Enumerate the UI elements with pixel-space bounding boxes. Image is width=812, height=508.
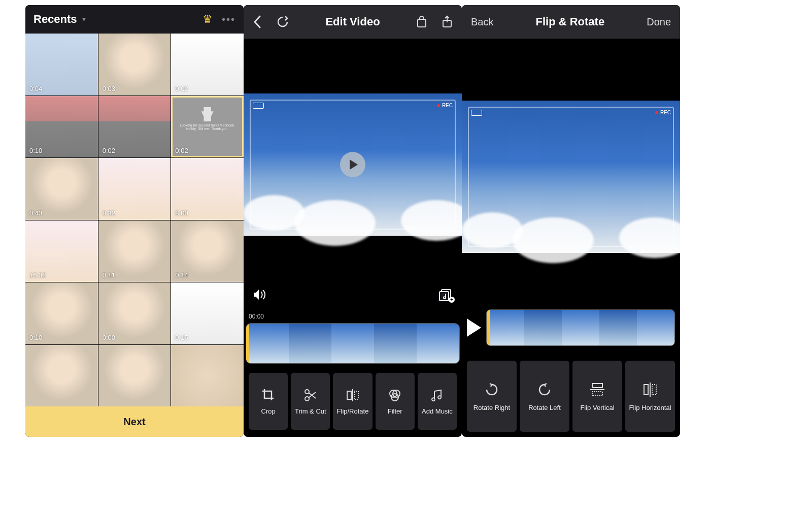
tool-label: Crop [261,407,276,415]
timeline[interactable]: 00:00 [244,309,462,366]
crop-icon [261,388,276,402]
flip-title: Flip & Rotate [502,15,637,28]
video-preview[interactable]: REC [244,39,462,280]
more-icon[interactable]: ••• [222,14,235,25]
thumb-duration: 0:43 [29,209,42,217]
rotate-left-icon [536,382,553,398]
video-thumb[interactable]: 0:00 [98,282,171,344]
thumb-overlay-text: Looking for second hand Macbook. Kindly,… [179,124,236,131]
hourglass-icon [201,107,214,121]
back-icon[interactable] [253,15,262,28]
edit-video-panel: Edit Video REC + 00:00 [244,5,462,437]
thumb-duration: 0:00 [103,334,115,341]
video-thumb[interactable]: 0:04 [25,34,98,96]
thumb-duration: 0:10 [29,334,42,341]
thumb-duration: 0:02 [175,85,188,92]
battery-icon [471,110,482,116]
playhead[interactable] [246,323,249,364]
music-tool[interactable]: Add Music [418,373,457,430]
svg-rect-12 [592,384,602,388]
music-icon [430,388,444,402]
video-thumb[interactable]: 0:15 [171,282,244,344]
flip-icon [346,388,360,402]
video-thumb[interactable]: 0:02 [98,96,171,158]
battery-icon [253,103,264,109]
timeline-strip[interactable] [246,323,460,364]
trim-tool[interactable]: Trim & Cut [291,373,330,430]
volume-icon[interactable] [253,289,267,301]
thumb-duration: 0:03 [103,85,115,92]
filter-tool[interactable]: Filter [376,373,415,430]
gallery-panel: Recents ▼ ♛ ••• 0:04 0:03 0:02 0:10 0:02… [25,5,244,437]
redo-icon[interactable] [276,15,289,28]
rotate-right-tool[interactable]: Rotate Right [467,361,517,432]
play-button[interactable] [340,152,365,177]
video-thumb[interactable]: 8:32 [98,158,171,220]
thumb-duration: 0:11 [103,271,115,279]
video-thumb-selected[interactable]: Looking for second hand Macbook. Kindly,… [171,96,244,158]
add-music-icon[interactable]: + [438,288,453,302]
next-label: Next [123,416,145,428]
tool-label: Rotate Right [473,404,510,411]
flip-header: Back Flip & Rotate Done [462,5,680,39]
rec-indicator: REC [437,103,453,108]
svg-rect-13 [592,392,602,396]
timeline-strip[interactable] [486,309,675,346]
svg-rect-15 [644,385,648,395]
flip-tool-row: Rotate Right Rotate Left Flip Vertical F… [462,356,680,437]
crown-icon[interactable]: ♛ [202,13,213,26]
thumb-duration: 0:04 [29,85,42,92]
svg-rect-7 [354,391,358,399]
tool-label: Filter [388,407,402,415]
share-icon[interactable] [442,15,453,28]
video-thumb[interactable]: 0:11 [98,220,171,282]
playhead[interactable] [487,309,490,346]
gallery-header: Recents ▼ ♛ ••• [25,5,244,34]
gallery-title[interactable]: Recents [33,13,77,26]
video-thumb[interactable] [98,345,171,407]
flip-vertical-icon [589,382,605,398]
flip-horizontal-tool[interactable]: Flip Horizontal [625,361,675,432]
crop-tool[interactable]: Crop [249,373,288,430]
video-thumb[interactable] [25,345,98,407]
thumb-duration: 0:02 [175,147,188,154]
edit-header: Edit Video [244,5,462,39]
tool-label: Rotate Left [528,404,561,411]
thumb-duration: 16:32 [29,271,46,279]
thumb-duration: 0:14 [175,271,188,279]
thumb-duration: 8:00 [175,209,188,217]
flip-rotate-panel: Back Flip & Rotate Done REC Rotate Right [462,5,680,437]
rotate-right-icon [484,382,500,398]
play-icon[interactable] [467,319,481,337]
video-thumb[interactable] [171,345,244,407]
svg-rect-16 [652,385,656,395]
video-thumb[interactable]: 0:10 [25,282,98,344]
back-button[interactable]: Back [471,16,493,28]
tool-label: Add Music [422,407,453,415]
flip-rotate-tool[interactable]: Flip/Rotate [333,373,372,430]
next-button[interactable]: Next [25,406,244,437]
rotate-left-tool[interactable]: Rotate Left [520,361,569,432]
thumb-duration: 8:32 [103,209,115,217]
video-thumb[interactable]: 16:32 [25,220,98,282]
flip-vertical-tool[interactable]: Flip Vertical [572,361,622,432]
chevron-down-icon[interactable]: ▼ [81,16,87,23]
bag-icon[interactable] [416,15,427,28]
scissors-icon [303,388,318,402]
flip-preview[interactable]: REC [462,39,680,300]
video-thumb[interactable]: 0:43 [25,158,98,220]
video-thumb[interactable]: 8:00 [171,158,244,220]
video-thumb[interactable]: 0:10 [25,96,98,158]
video-thumb[interactable]: 0:03 [98,34,171,96]
video-thumb[interactable]: 0:14 [171,220,244,282]
done-button[interactable]: Done [647,16,671,28]
preview-controls: + [244,280,462,309]
tool-label: Flip Vertical [580,404,614,411]
svg-rect-3 [439,292,449,301]
video-grid: 0:04 0:03 0:02 0:10 0:02 Looking for sec… [25,34,244,406]
tool-label: Flip Horizontal [629,404,671,411]
thumb-duration: 0:02 [103,147,115,154]
flip-timeline-row [462,300,680,356]
svg-rect-6 [347,391,351,399]
video-thumb[interactable]: 0:02 [171,34,244,96]
